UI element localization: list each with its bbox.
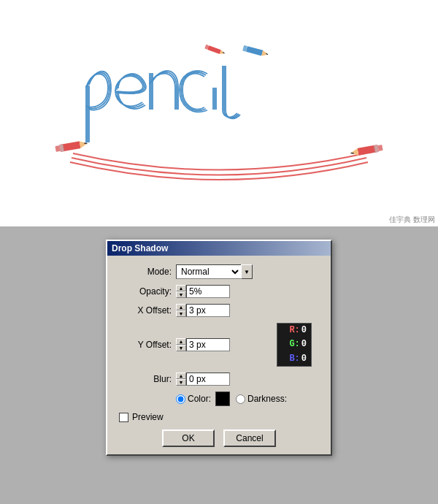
color-label-text: Color: [188,394,211,404]
bottom-panel: Drop Shadow Mode: Normal ▼ Opacity: ▲ [0,226,438,504]
y-offset-label: Y Offset: [119,340,172,350]
x-offset-row: X Offset: ▲ ▼ [119,304,319,317]
color-swatch[interactable] [215,392,230,406]
blur-input[interactable] [186,373,230,386]
darkness-label-text: Darkness: [247,394,287,404]
opacity-spinner[interactable]: ▲ ▼ [176,285,230,298]
b-label: B: [289,352,299,366]
x-offset-spinner-buttons[interactable]: ▲ ▼ [176,304,186,317]
cancel-button[interactable]: Cancel [223,429,276,447]
y-offset-row: Y Offset: ▲ ▼ R: 0 G: 0 [119,323,319,367]
preview-row: Preview [119,412,319,422]
buttons-row: OK Cancel [119,429,319,447]
color-row: Color: Darkness: [119,392,319,406]
svg-line-11 [351,153,354,154]
blur-spinner[interactable]: ▲ ▼ [176,373,230,386]
canvas-area: 佳宇典 数理网 [0,0,438,226]
rgb-display: R: 0 G: 0 B: 0 [277,323,312,367]
opacity-input[interactable] [186,285,230,298]
ok-button[interactable]: OK [162,429,215,447]
g-line: G: 0 [289,337,307,351]
color-radio-label[interactable]: Color: [176,394,211,404]
opacity-label: Opacity: [119,286,172,297]
blur-down-btn[interactable]: ▼ [176,379,186,386]
svg-rect-12 [207,45,221,54]
svg-rect-16 [246,46,263,56]
r-label: R: [289,324,299,337]
drop-shadow-dialog: Drop Shadow Mode: Normal ▼ Opacity: ▲ [106,240,332,456]
mode-select-group[interactable]: Normal ▼ [176,264,253,279]
darkness-radio-label[interactable]: Darkness: [236,394,287,404]
blur-up-btn[interactable]: ▲ [176,373,186,379]
opacity-row: Opacity: ▲ ▼ [119,285,319,298]
x-offset-down-btn[interactable]: ▼ [176,310,186,317]
dialog-body: Mode: Normal ▼ Opacity: ▲ ▼ [107,256,331,454]
y-offset-down-btn[interactable]: ▼ [176,345,186,351]
opacity-spinner-buttons[interactable]: ▲ ▼ [176,285,186,298]
r-line: R: 0 [289,324,307,337]
svg-line-5 [84,142,87,144]
watermark: 佳宇典 数理网 [389,215,435,225]
preview-label: Preview [132,412,164,422]
g-value: 0 [301,337,307,351]
blur-row: Blur: ▲ ▼ [119,373,319,386]
opacity-up-btn[interactable]: ▲ [176,285,186,291]
mode-label: Mode: [119,267,172,277]
canvas-svg [29,18,409,208]
x-offset-label: X Offset: [119,305,172,316]
y-offset-input[interactable] [186,338,230,351]
mode-row: Mode: Normal ▼ [119,264,319,279]
mode-select[interactable]: Normal [176,264,242,279]
y-offset-spinner[interactable]: ▲ ▼ [176,338,230,351]
dialog-title: Drop Shadow [107,241,331,256]
b-line: B: 0 [289,352,307,366]
color-radio[interactable] [176,394,185,404]
blur-label: Blur: [119,374,172,384]
x-offset-up-btn[interactable]: ▲ [176,304,186,310]
x-offset-spinner[interactable]: ▲ ▼ [176,304,230,317]
preview-checkbox[interactable] [119,413,128,422]
mode-dropdown-arrow[interactable]: ▼ [241,264,253,279]
b-value: 0 [301,352,307,366]
opacity-down-btn[interactable]: ▼ [176,291,186,298]
y-offset-up-btn[interactable]: ▲ [176,338,186,345]
darkness-radio[interactable] [236,394,245,404]
x-offset-input[interactable] [186,304,230,317]
g-label: G: [289,337,299,351]
y-offset-spinner-buttons[interactable]: ▲ ▼ [176,338,186,351]
r-value: 0 [301,324,307,337]
blur-spinner-buttons[interactable]: ▲ ▼ [176,373,186,386]
